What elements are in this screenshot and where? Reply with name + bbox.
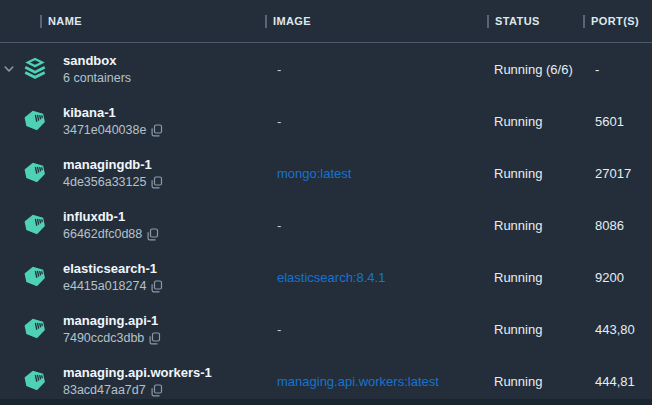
column-separator	[265, 15, 267, 28]
container-subtext: 7490ccdc3dbb	[63, 330, 144, 347]
column-separator	[583, 15, 585, 28]
column-header-status: STATUS	[487, 0, 583, 42]
copy-icon[interactable]	[149, 332, 161, 345]
name-text: kibana-1 3471e040038e	[63, 104, 163, 139]
image-text: -	[277, 218, 281, 233]
name-cell: influxdb-1 66462dfc0d88	[0, 199, 265, 251]
ports-text: 444,81	[583, 374, 652, 389]
containers-table: NAME IMAGE STATUS PORT(S)	[0, 0, 652, 405]
column-label-name: NAME	[48, 15, 82, 27]
ports-text: 5601	[583, 114, 652, 129]
name-text: sandbox 6 containers	[63, 52, 131, 87]
name-cell: kibana-1 3471e040038e	[0, 95, 265, 147]
status-text: Running	[487, 166, 583, 181]
name-text: influxdb-1 66462dfc0d88	[63, 208, 159, 243]
ports-text: -	[583, 62, 652, 77]
row-icon	[21, 56, 49, 82]
copy-icon[interactable]	[151, 384, 163, 397]
image-cell: -	[265, 322, 487, 337]
table-row[interactable]: elasticsearch-1 e4415a018274 elasticsear…	[0, 251, 652, 303]
container-subtext: 4de356a33125	[63, 174, 146, 191]
container-name: influxdb-1	[63, 208, 159, 226]
column-label-ports: PORT(S)	[591, 15, 639, 27]
table-row[interactable]: managing.api.workers-1 83acd47aa7d7 mana…	[0, 355, 652, 405]
table-row[interactable]: managing.api-1 7490ccdc3dbb - Running 44…	[0, 303, 652, 355]
table-row[interactable]: kibana-1 3471e040038e - Running 5601	[0, 95, 652, 147]
container-name: sandbox	[63, 52, 131, 70]
name-cell: sandbox 6 containers	[0, 43, 265, 95]
image-link[interactable]: mongo:latest	[277, 166, 351, 181]
row-icon	[21, 109, 49, 133]
container-icon	[22, 161, 48, 185]
row-icon	[21, 317, 49, 341]
status-text: Running	[487, 270, 583, 285]
image-cell: mongo:latest	[265, 166, 487, 181]
column-separator	[40, 15, 42, 28]
image-cell: -	[265, 114, 487, 129]
ports-text: 8086	[583, 218, 652, 233]
bottom-edge	[0, 399, 652, 405]
container-icon	[22, 369, 48, 393]
row-icon	[21, 369, 49, 393]
image-cell: managing.api.workers:latest	[265, 374, 487, 389]
container-name: managingdb-1	[63, 156, 163, 174]
table-row[interactable]: sandbox 6 containers - Running (6/6) -	[0, 43, 652, 95]
column-header-image: IMAGE	[265, 0, 487, 42]
chevron-down-icon	[4, 65, 14, 73]
table-row[interactable]: influxdb-1 66462dfc0d88 - Running 8086	[0, 199, 652, 251]
table-header: NAME IMAGE STATUS PORT(S)	[0, 0, 652, 43]
row-icon	[21, 161, 49, 185]
status-text: Running	[487, 218, 583, 233]
column-label-image: IMAGE	[273, 15, 311, 27]
copy-icon[interactable]	[151, 124, 163, 137]
name-text: elasticsearch-1 e4415a018274	[63, 260, 163, 295]
column-label-status: STATUS	[495, 15, 540, 27]
status-text: Running (6/6)	[487, 62, 583, 77]
copy-icon[interactable]	[147, 228, 159, 241]
ports-text: 9200	[583, 270, 652, 285]
name-cell: managing.api-1 7490ccdc3dbb	[0, 303, 265, 355]
table-body: sandbox 6 containers - Running (6/6) -	[0, 43, 652, 405]
container-name: kibana-1	[63, 104, 163, 122]
name-cell: managingdb-1 4de356a33125	[0, 147, 265, 199]
container-name: managing.api-1	[63, 312, 161, 330]
image-link[interactable]: managing.api.workers:latest	[277, 374, 439, 389]
container-subtext: e4415a018274	[63, 278, 146, 295]
container-subtext: 6 containers	[63, 70, 131, 87]
copy-icon[interactable]	[151, 176, 163, 189]
image-text: -	[277, 62, 281, 77]
container-name: managing.api.workers-1	[63, 364, 212, 382]
container-icon	[22, 213, 48, 237]
container-subtext: 83acd47aa7d7	[63, 382, 146, 399]
name-text: managing.api-1 7490ccdc3dbb	[63, 312, 161, 347]
stack-icon	[21, 56, 49, 82]
name-text: managingdb-1 4de356a33125	[63, 156, 163, 191]
ports-text: 443,80	[583, 322, 652, 337]
copy-icon[interactable]	[151, 280, 163, 293]
status-text: Running	[487, 114, 583, 129]
ports-text: 27017	[583, 166, 652, 181]
status-text: Running	[487, 322, 583, 337]
image-cell: -	[265, 218, 487, 233]
image-cell: -	[265, 62, 487, 77]
image-text: -	[277, 322, 281, 337]
expand-chevron[interactable]	[0, 65, 18, 73]
container-subtext: 66462dfc0d88	[63, 226, 142, 243]
image-link[interactable]: elasticsearch:8.4.1	[277, 270, 385, 285]
container-name: elasticsearch-1	[63, 260, 163, 278]
column-header-name: NAME	[0, 0, 265, 42]
image-cell: elasticsearch:8.4.1	[265, 270, 487, 285]
name-cell: managing.api.workers-1 83acd47aa7d7	[0, 355, 265, 405]
image-text: -	[277, 114, 281, 129]
row-icon	[21, 265, 49, 289]
row-icon	[21, 213, 49, 237]
container-subtext: 3471e040038e	[63, 122, 146, 139]
status-text: Running	[487, 374, 583, 389]
name-text: managing.api.workers-1 83acd47aa7d7	[63, 364, 212, 399]
container-icon	[22, 317, 48, 341]
column-header-ports: PORT(S)	[583, 0, 652, 42]
name-cell: elasticsearch-1 e4415a018274	[0, 251, 265, 303]
container-icon	[22, 109, 48, 133]
table-row[interactable]: managingdb-1 4de356a33125 mongo:latest R…	[0, 147, 652, 199]
column-separator	[487, 15, 489, 28]
